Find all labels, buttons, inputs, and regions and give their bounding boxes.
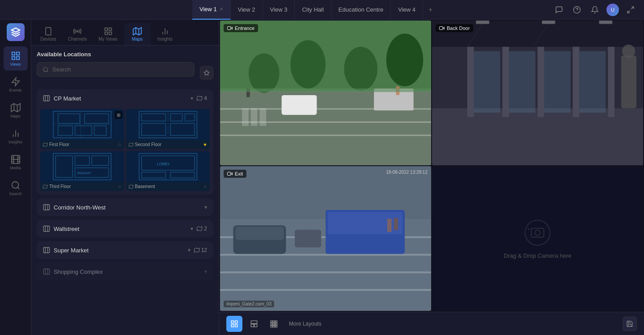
cp-market-chevron: ▾ bbox=[191, 95, 193, 101]
sidebar-nav-devices[interactable]: Devices bbox=[35, 23, 62, 45]
tab-view3[interactable]: View 3 bbox=[263, 0, 295, 20]
grid-1x3-icon bbox=[250, 320, 258, 328]
camera-entrance[interactable]: Entrance bbox=[220, 21, 431, 165]
location-wallstreet-header[interactable]: Wallstreet ▾ 2 bbox=[37, 220, 213, 238]
layout-1x3-button[interactable] bbox=[246, 316, 262, 332]
layout-2x2-button[interactable] bbox=[226, 316, 242, 332]
cp-market-name: CP Market bbox=[54, 95, 187, 102]
second-floor-footer: Second Floor ★ bbox=[126, 140, 210, 149]
svg-rect-147 bbox=[228, 172, 231, 176]
svg-rect-108 bbox=[242, 108, 249, 126]
svg-rect-4 bbox=[12, 52, 14, 54]
svg-rect-161 bbox=[271, 323, 272, 325]
location-shopping-complex-header[interactable]: Shopping Complex ▾ bbox=[37, 263, 213, 281]
location-cp-market-header[interactable]: CP Market ▾ 4 bbox=[37, 89, 213, 107]
search-input[interactable] bbox=[52, 66, 189, 73]
nav-views-label: Views bbox=[10, 62, 21, 67]
svg-marker-32 bbox=[133, 28, 141, 35]
save-layout-button[interactable] bbox=[623, 317, 637, 331]
svg-rect-6 bbox=[12, 56, 14, 59]
location-wallstreet: Wallstreet ▾ 2 bbox=[37, 220, 213, 238]
layout-3x3-button[interactable] bbox=[266, 316, 282, 332]
third-floor-star[interactable]: ☆ bbox=[118, 184, 122, 189]
sidebar-nav-channels[interactable]: Channels bbox=[63, 23, 92, 45]
svg-rect-166 bbox=[275, 325, 277, 327]
fullscreen-icon[interactable] bbox=[624, 4, 637, 16]
tab-education-centre[interactable]: Education Centre bbox=[331, 0, 391, 20]
third-floor-label: Third Floor bbox=[49, 184, 71, 189]
nav-media-label: Media bbox=[10, 166, 21, 170]
svg-rect-157 bbox=[254, 324, 257, 327]
nav-item-events[interactable]: Events bbox=[4, 72, 28, 96]
sidebar-nav-insights[interactable]: Insights bbox=[152, 23, 178, 45]
top-bar-right: U bbox=[553, 4, 644, 16]
wallstreet-chevron: ▾ bbox=[191, 226, 193, 232]
svg-rect-122 bbox=[544, 51, 571, 113]
sidebar-nav-myviews[interactable]: My Views bbox=[93, 23, 123, 45]
super-market-count: 12 bbox=[194, 247, 207, 253]
svg-rect-7 bbox=[16, 56, 19, 59]
more-layouts-link[interactable]: More Layouts bbox=[285, 321, 325, 327]
nav-item-media[interactable]: Media bbox=[4, 150, 28, 174]
camera-back-door[interactable]: Back Door bbox=[432, 21, 643, 165]
nav-item-insights[interactable]: Insights bbox=[4, 124, 28, 148]
svg-rect-109 bbox=[251, 108, 258, 126]
svg-rect-159 bbox=[273, 321, 275, 322]
tab-city-hall[interactable]: City Hall bbox=[295, 0, 331, 20]
svg-rect-158 bbox=[271, 321, 272, 322]
sidebar-nav-maps[interactable]: Maps bbox=[124, 23, 151, 45]
location-corridor-nw-header[interactable]: Corridor North-West ▾ bbox=[37, 198, 213, 216]
wallstreet-map-icon bbox=[197, 226, 202, 231]
svg-rect-163 bbox=[275, 323, 277, 325]
chat-icon[interactable] bbox=[553, 4, 565, 16]
svg-rect-162 bbox=[273, 323, 275, 325]
nav-item-search[interactable]: Search bbox=[4, 176, 28, 200]
sidebar-content: Available Locations CP Market ▾ bbox=[31, 46, 219, 335]
exit-feed-svg bbox=[220, 166, 431, 311]
nav-insights-label: Insights bbox=[8, 140, 22, 144]
map-first-floor[interactable]: ⊞ First Floor ☆ bbox=[40, 109, 124, 149]
svg-rect-41 bbox=[43, 96, 49, 101]
tab-view1-close[interactable]: ✕ bbox=[220, 7, 223, 12]
second-floor-star[interactable]: ★ bbox=[203, 142, 207, 147]
nav-item-views[interactable]: Views bbox=[4, 46, 28, 71]
camera-icon-exit bbox=[227, 171, 233, 176]
svg-rect-156 bbox=[251, 324, 254, 327]
svg-rect-111 bbox=[228, 27, 231, 30]
notification-icon[interactable] bbox=[589, 4, 601, 16]
first-floor-plan-svg bbox=[40, 109, 124, 140]
first-floor-footer: First Floor ☆ bbox=[40, 140, 124, 149]
camera-exit[interactable]: Exit 18-08-2022 13:28:12 #openi_Gate2.ca… bbox=[220, 166, 431, 311]
basement-star[interactable]: ☆ bbox=[203, 184, 207, 189]
nav-item-maps[interactable]: Maps bbox=[4, 98, 28, 122]
map-basement[interactable]: LOBBY Basement ☆ bbox=[126, 151, 210, 191]
drop-zone-text: Drag & Drop Camera here bbox=[504, 252, 572, 259]
camera-empty-slot[interactable]: Drag & Drop Camera here bbox=[432, 166, 643, 311]
tab-view4[interactable]: View 4 bbox=[391, 0, 423, 20]
search-icon bbox=[42, 67, 49, 73]
user-avatar[interactable]: U bbox=[606, 4, 619, 16]
grid-2x2-icon bbox=[230, 320, 238, 328]
first-floor-star[interactable]: ☆ bbox=[118, 142, 122, 147]
svg-marker-63 bbox=[129, 142, 133, 146]
map-third-floor[interactable]: INSIGHT Third Floor ☆ bbox=[40, 151, 124, 191]
floor-grid: ⊞ First Floor ☆ bbox=[37, 107, 213, 195]
tab-view2-label: View 2 bbox=[238, 6, 255, 13]
app-logo[interactable] bbox=[7, 23, 25, 41]
drop-zone-icon bbox=[523, 218, 552, 247]
location-super-market-header[interactable]: Super Market ▾ 12 bbox=[37, 241, 213, 259]
add-tab-button[interactable]: + bbox=[423, 0, 438, 20]
help-icon[interactable] bbox=[571, 4, 583, 16]
map-second-floor[interactable]: Second Floor ★ bbox=[126, 109, 210, 149]
camera-grid: Entrance bbox=[219, 20, 644, 312]
svg-marker-44 bbox=[197, 96, 202, 100]
location-shopping-complex: Shopping Complex ▾ bbox=[37, 263, 213, 281]
tab-view1[interactable]: View 1 ✕ bbox=[192, 0, 231, 20]
tab-view2[interactable]: View 2 bbox=[231, 0, 263, 20]
svg-marker-79 bbox=[129, 184, 133, 188]
search-star-button[interactable] bbox=[200, 66, 213, 80]
building4-icon bbox=[43, 247, 50, 254]
svg-line-39 bbox=[47, 71, 48, 72]
svg-marker-54 bbox=[43, 142, 47, 146]
svg-rect-115 bbox=[467, 47, 474, 117]
